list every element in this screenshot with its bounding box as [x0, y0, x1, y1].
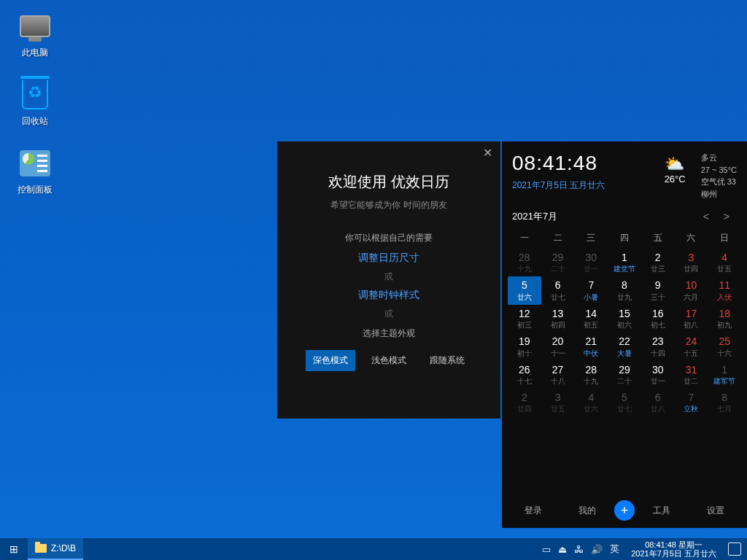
calendar-day-cell[interactable]: 29二十	[541, 249, 575, 276]
calendar-day-cell[interactable]: 31廿二	[675, 361, 708, 389]
theme-dark-button[interactable]: 深色模式	[306, 350, 355, 371]
calendar-day-cell[interactable]: 15初六	[608, 305, 641, 332]
dow-row: 一二三四五六日	[508, 228, 741, 249]
calendar-day-cell[interactable]: 30廿一	[641, 361, 675, 389]
day-sublabel: 二十	[541, 264, 575, 274]
calendar-day-cell[interactable]: 3廿四	[675, 249, 708, 276]
day-sublabel: 廿一	[574, 264, 608, 274]
calendar-day-cell[interactable]: 6廿七	[541, 276, 575, 304]
calendar-day-cell[interactable]: 5廿六	[508, 276, 541, 304]
calendar-day-cell[interactable]: 1建军节	[708, 361, 741, 389]
dow-cell: 一	[508, 228, 541, 249]
temp-now: 26°C	[665, 172, 694, 187]
theme-system-button[interactable]: 跟随系统	[422, 350, 472, 371]
adjust-size-link[interactable]: 调整日历尺寸	[289, 252, 489, 265]
calendar-day-cell[interactable]: 1建党节	[608, 249, 641, 276]
day-sublabel: 廿一	[641, 376, 675, 386]
calendar-day-cell[interactable]: 7小暑	[574, 276, 608, 304]
calendar-day-cell[interactable]: 17初八	[675, 305, 708, 332]
calendar-day-cell[interactable]: 8廿九	[608, 276, 641, 304]
day-sublabel: 十九	[508, 264, 541, 274]
day-sublabel: 七月	[708, 404, 741, 414]
usb-icon[interactable]: ⏏	[558, 544, 567, 555]
taskbar: ⊞ Z:\D\B ▭ ⏏ 🖧 🔊 英 08:41:48 星期一 2021年7月5…	[0, 538, 747, 560]
calendar-day-cell[interactable]: 25十六	[708, 332, 741, 360]
day-sublabel: 初六	[608, 320, 641, 330]
calendar-day-cell[interactable]: 28十九	[574, 361, 608, 389]
calendar-day-cell[interactable]: 19初十	[508, 332, 541, 360]
calendar-day-cell[interactable]: 10六月	[675, 276, 708, 304]
login-button[interactable]: 登录	[506, 505, 560, 517]
settings-button[interactable]: 设置	[689, 505, 743, 517]
close-button[interactable]: ✕	[480, 146, 495, 160]
desktop-icon-control-panel[interactable]: 控制面板	[7, 146, 63, 196]
ime-indicator[interactable]: 英	[610, 542, 619, 556]
calendar-day-cell[interactable]: 22大暑	[608, 332, 641, 360]
calendar-day-cell[interactable]: 20十一	[541, 332, 575, 360]
taskbar-item-explorer[interactable]: Z:\D\B	[28, 538, 83, 560]
add-button[interactable]: +	[614, 500, 635, 521]
calendar-day-cell[interactable]: 4廿五	[708, 249, 741, 276]
next-month-button[interactable]: >	[716, 211, 737, 222]
calendar-day-cell[interactable]: 24十五	[675, 332, 708, 360]
day-number: 27	[552, 364, 564, 376]
calendar-day-cell[interactable]: 8七月	[708, 389, 741, 416]
day-number: 18	[719, 308, 730, 319]
welcome-dialog: ✕ 欢迎使用 优效日历 希望它能够成为你 时间的朋友 你可以根据自己的需要 调整…	[277, 141, 500, 419]
day-sublabel: 十四	[641, 349, 675, 359]
volume-icon[interactable]: 🔊	[591, 544, 603, 555]
day-sublabel: 六月	[675, 292, 708, 303]
weather-range: 27 ~ 35°C	[701, 164, 737, 176]
day-number: 3	[555, 392, 561, 403]
calendar-day-cell[interactable]: 26十七	[508, 361, 541, 389]
calendar-day-cell[interactable]: 21中伏	[574, 332, 608, 360]
start-button[interactable]: ⊞	[0, 538, 28, 560]
weather-details[interactable]: 多云 27 ~ 35°C 空气优 33 柳州	[701, 152, 737, 200]
month-label[interactable]: 2021年7月	[512, 210, 696, 223]
day-sublabel: 廿五	[541, 404, 575, 414]
theme-light-button[interactable]: 浅色模式	[364, 350, 414, 371]
calendar-day-cell[interactable]: 3廿五	[541, 389, 575, 416]
adjust-clock-link[interactable]: 调整时钟样式	[289, 289, 489, 302]
day-number: 29	[619, 364, 630, 376]
day-number: 5	[522, 279, 527, 291]
mine-button[interactable]: 我的	[560, 505, 614, 517]
calendar-day-cell[interactable]: 13初四	[541, 305, 575, 332]
tools-button[interactable]: 工具	[635, 505, 689, 517]
calendar-day-cell[interactable]: 2廿三	[641, 249, 675, 276]
calendar-day-cell[interactable]: 16初七	[641, 305, 675, 332]
day-number: 23	[652, 335, 664, 347]
day-number: 28	[586, 364, 597, 376]
calendar-day-cell[interactable]: 11入伏	[708, 276, 741, 304]
notification-button[interactable]	[728, 542, 741, 556]
calendar-day-cell[interactable]: 5廿七	[608, 389, 641, 416]
calendar-day-cell[interactable]: 30廿一	[574, 249, 608, 276]
day-number: 17	[686, 308, 697, 319]
calendar-day-cell[interactable]: 7立秋	[675, 389, 708, 416]
welcome-title: 欢迎使用 优效日历	[289, 172, 489, 192]
calendar-day-cell[interactable]: 4廿六	[574, 389, 608, 416]
calendar-day-cell[interactable]: 6廿八	[641, 389, 675, 416]
vm-icon[interactable]: ▭	[542, 544, 551, 555]
day-number: 4	[721, 252, 727, 263]
day-number: 13	[552, 308, 564, 319]
calendar-day-cell[interactable]: 27十八	[541, 361, 575, 389]
desktop-icon-recycle[interactable]: 回收站	[7, 77, 63, 128]
prev-month-button[interactable]: <	[696, 211, 716, 222]
calendar-day-cell[interactable]: 28十九	[508, 249, 541, 276]
calendar-day-cell[interactable]: 23十四	[641, 332, 675, 360]
taskbar-datetime[interactable]: 08:41:48 星期一 2021年7月5日 五月廿六	[625, 540, 722, 558]
calendar-day-cell[interactable]: 12初三	[508, 305, 541, 332]
calendar-day-cell[interactable]: 14初五	[574, 305, 608, 332]
day-sublabel: 初五	[574, 320, 608, 330]
network-icon[interactable]: 🖧	[574, 544, 584, 555]
calendar-day-cell[interactable]: 9三十	[641, 276, 675, 304]
day-sublabel: 三十	[641, 292, 675, 303]
calendar-day-cell[interactable]: 2廿四	[508, 389, 541, 416]
calendar-day-cell[interactable]: 29二十	[608, 361, 641, 389]
day-sublabel: 十九	[574, 376, 608, 386]
day-sublabel: 廿五	[708, 264, 741, 274]
desktop-icon-pc[interactable]: 此电脑	[7, 9, 63, 59]
day-sublabel: 廿四	[675, 264, 708, 274]
calendar-day-cell[interactable]: 18初九	[708, 305, 741, 332]
